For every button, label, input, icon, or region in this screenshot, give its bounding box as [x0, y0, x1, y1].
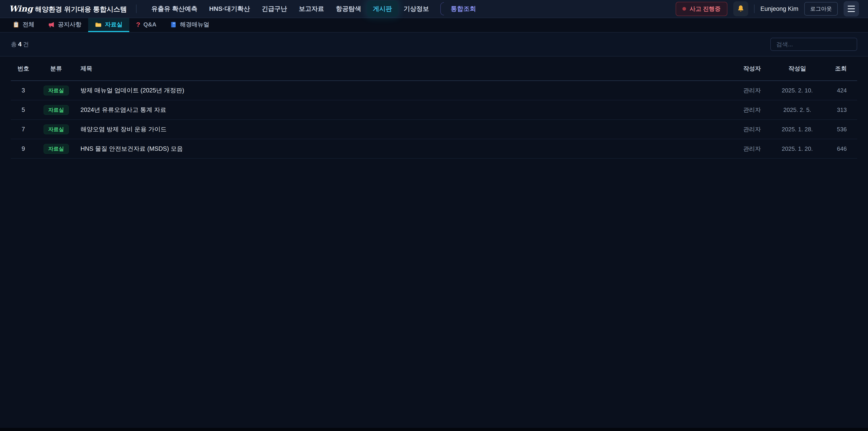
row-no: 9: [11, 145, 36, 152]
row-no: 3: [11, 87, 36, 94]
category-badge: 자료실: [43, 105, 69, 115]
hamburger-menu-button[interactable]: [844, 1, 859, 17]
post-author: 관리자: [733, 145, 771, 153]
folder-icon: [95, 21, 102, 28]
col-header-category: 분류: [36, 65, 76, 72]
category-badge: 자료실: [43, 86, 69, 95]
tab-notices[interactable]: 공지사항: [41, 18, 88, 32]
row-no: 5: [11, 106, 36, 114]
col-header-no: 번호: [11, 65, 36, 72]
user-name: Eunjeong Kim: [761, 5, 798, 12]
main-nav: 유출유 확산예측 HNS·대기확산 긴급구난 보고자료 항공탐색 게시판 기상정…: [146, 1, 482, 17]
notifications-button[interactable]: [733, 1, 748, 16]
clipboard-icon: [13, 21, 20, 28]
post-views: 424: [823, 87, 857, 94]
total-count-value: 4: [18, 41, 22, 48]
post-views: 646: [823, 145, 857, 152]
app-logo[interactable]: Wing 해양환경 위기대응 통합시스템: [9, 4, 127, 14]
tab-label: 전체: [23, 21, 34, 29]
search-input[interactable]: [770, 38, 857, 51]
tab-kcg-manual[interactable]: 해경매뉴얼: [163, 18, 216, 32]
logo-brand: Wing: [9, 4, 33, 13]
row-no: 7: [11, 126, 36, 133]
nav-item-weather[interactable]: 기상정보: [398, 1, 435, 17]
total-count-text: 총4건: [11, 40, 29, 49]
post-date: 2025. 2. 10.: [771, 87, 823, 94]
board-table: 번호 분류 제목 작성자 작성일 조회 3 자료실 방제 매뉴얼 업데이트 (2…: [0, 57, 868, 159]
list-header: 총4건: [0, 33, 868, 57]
nav-item-board[interactable]: 게시판: [367, 1, 398, 17]
tab-label: 해경매뉴얼: [180, 21, 209, 29]
nav-item-reports[interactable]: 보고자료: [293, 1, 330, 17]
category-badge: 자료실: [43, 144, 69, 154]
post-title[interactable]: HNS 물질 안전보건자료 (MSDS) 모음: [76, 145, 733, 153]
tab-all[interactable]: 전체: [6, 18, 41, 32]
book-icon: [170, 21, 177, 28]
category-badge: 자료실: [43, 125, 69, 134]
nav-item-aerial-search[interactable]: 항공탐색: [330, 1, 367, 17]
bell-icon: [737, 5, 745, 13]
post-title[interactable]: 방제 매뉴얼 업데이트 (2025년 개정판): [76, 86, 733, 94]
nav-item-spill-prediction[interactable]: 유출유 확산예측: [146, 1, 204, 17]
question-icon: ?: [136, 21, 140, 28]
board-tabbar: 전체 공지사항 자료실 ? Q&A 해경매: [0, 18, 868, 33]
post-date: 2025. 2. 5.: [771, 106, 823, 114]
table-row[interactable]: 5 자료실 2024년 유류오염사고 통계 자료 관리자 2025. 2. 5.…: [11, 100, 857, 120]
megaphone-icon: [48, 21, 55, 28]
bottom-strip: [0, 428, 868, 431]
table-row[interactable]: 7 자료실 해양오염 방제 장비 운용 가이드 관리자 2025. 1. 28.…: [11, 120, 857, 139]
nav-item-emergency-rescue[interactable]: 긴급구난: [256, 1, 293, 17]
incident-dot-icon: [682, 7, 686, 11]
post-title[interactable]: 해양오염 방제 장비 운용 가이드: [76, 125, 733, 133]
col-header-author: 작성자: [733, 65, 771, 72]
integrated-search-bracket: [440, 2, 444, 16]
top-navbar: Wing 해양환경 위기대응 통합시스템 유출유 확산예측 HNS·대기확산 긴…: [0, 0, 868, 18]
col-header-date: 작성일: [771, 65, 823, 72]
col-header-title: 제목: [76, 65, 733, 72]
page-title: 해양환경 위기대응 통합시스템: [35, 5, 127, 14]
post-author: 관리자: [733, 106, 771, 114]
post-date: 2025. 1. 20.: [771, 145, 823, 152]
incident-status-badge: 사고 진행중: [676, 2, 727, 16]
table-header-row: 번호 분류 제목 작성자 작성일 조회: [11, 57, 857, 81]
tab-qna[interactable]: ? Q&A: [129, 18, 163, 32]
hamburger-icon: [848, 6, 855, 6]
post-author: 관리자: [733, 87, 771, 94]
post-views: 536: [823, 126, 857, 133]
incident-status-label: 사고 진행중: [690, 5, 721, 13]
tab-label: Q&A: [143, 21, 156, 28]
post-date: 2025. 1. 28.: [771, 126, 823, 133]
table-row[interactable]: 9 자료실 HNS 물질 안전보건자료 (MSDS) 모음 관리자 2025. …: [11, 139, 857, 159]
post-title[interactable]: 2024년 유류오염사고 통계 자료: [76, 106, 733, 114]
table-row[interactable]: 3 자료실 방제 매뉴얼 업데이트 (2025년 개정판) 관리자 2025. …: [11, 81, 857, 100]
tab-resources[interactable]: 자료실: [88, 18, 129, 32]
tab-label: 공지사항: [58, 21, 81, 29]
nav-item-hns-diffusion[interactable]: HNS·대기확산: [203, 1, 256, 17]
logo-divider: [136, 4, 136, 13]
post-views: 313: [823, 106, 857, 114]
post-author: 관리자: [733, 125, 771, 133]
logout-button[interactable]: 로그아웃: [804, 2, 838, 16]
user-divider: [754, 4, 754, 13]
col-header-views: 조회: [823, 65, 857, 72]
nav-item-integrated-search[interactable]: 통합조회: [445, 1, 482, 17]
tab-label: 자료실: [105, 21, 123, 29]
